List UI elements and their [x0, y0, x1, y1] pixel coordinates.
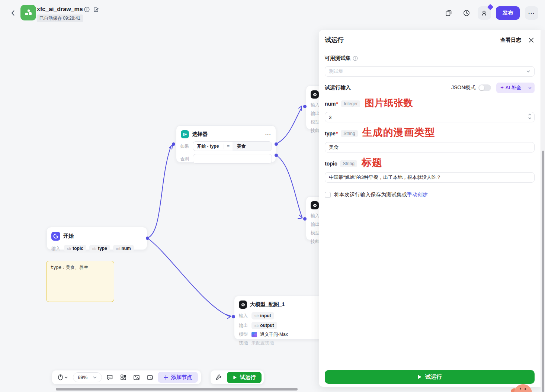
- zoom-level-value: 69%: [78, 375, 87, 380]
- llm-input-pill: strinput: [251, 312, 274, 319]
- sticky-note-text: type：美食、养生: [51, 265, 88, 270]
- start-node-title: 开始: [63, 233, 142, 240]
- if-label: 如果: [180, 143, 190, 150]
- collaborators-badge: [487, 4, 494, 10]
- topic-input[interactable]: [325, 172, 535, 183]
- panel-title: 试运行: [325, 36, 500, 44]
- ai-complete-label[interactable]: ✦ AI 补全: [496, 83, 525, 93]
- number-stepper[interactable]: [528, 113, 532, 120]
- llm-node-title: 大模型_配图_1: [250, 301, 318, 308]
- info-icon[interactable]: [84, 7, 90, 14]
- wrench-icon[interactable]: [213, 372, 224, 383]
- start-node-icon: [51, 232, 60, 241]
- llm-node-icon: [311, 90, 319, 99]
- save-as-testset-checkbox[interactable]: [325, 192, 331, 198]
- llm-output-label: 输出: [239, 322, 249, 329]
- field-type-badge: Integer: [341, 100, 360, 107]
- publish-button[interactable]: 发布: [496, 6, 520, 20]
- duplicate-icon[interactable]: [445, 9, 452, 18]
- play-icon: [417, 375, 422, 379]
- annotation-num: 图片纸张数: [365, 98, 413, 107]
- type-input[interactable]: [325, 142, 535, 152]
- qwen-model-icon: [251, 332, 257, 337]
- field-name-type: type*: [325, 131, 338, 136]
- vertical-scrollbar[interactable]: [542, 151, 544, 392]
- sticky-note[interactable]: type：美食、养生: [46, 261, 114, 302]
- autosave-badge: 已自动保存 09:28:41: [37, 15, 83, 22]
- chevron-down-icon: [93, 375, 97, 380]
- llm-model-name: 通义千问·Max: [260, 331, 288, 338]
- more-options-button[interactable]: ···: [525, 6, 538, 20]
- run-input-label: 试运行输入: [325, 84, 451, 91]
- start-input-label: 输入: [51, 245, 61, 252]
- layout-grid-icon[interactable]: [118, 372, 129, 383]
- if-node-icon: IF: [181, 130, 189, 138]
- edit-title-icon[interactable]: [93, 7, 99, 14]
- manual-create-link[interactable]: 手动创建: [407, 192, 428, 197]
- comment-icon[interactable]: [104, 372, 115, 383]
- start-node-output-port[interactable]: [146, 237, 149, 240]
- ai-complete-button[interactable]: ✦ AI 补全: [496, 83, 535, 93]
- selector-input-port[interactable]: [172, 142, 175, 146]
- annotation-type: 生成的漫画类型: [362, 128, 435, 138]
- play-icon: [233, 375, 237, 380]
- selector-node-title: 选择器: [192, 131, 262, 138]
- chevron-down-icon[interactable]: [525, 83, 535, 93]
- close-icon[interactable]: [528, 37, 535, 44]
- horizontal-scrollbar[interactable]: [56, 388, 298, 391]
- pointer-mode-button[interactable]: [55, 372, 71, 383]
- llm-model-label: 模型: [239, 331, 249, 338]
- add-node-button[interactable]: 添加节点: [158, 372, 198, 383]
- selector-node[interactable]: IF 选择器 ··· 如果 开始 - type = 美食 否则: [176, 125, 276, 163]
- field-type-badge: String: [341, 130, 358, 137]
- condition-group[interactable]: 开始 - type = 美食: [193, 141, 272, 151]
- else-label: 否则: [180, 156, 190, 162]
- llm-skill-label: 技能: [239, 340, 249, 346]
- llm-output-pill: stroutput: [251, 322, 277, 329]
- else-branch-input[interactable]: [193, 154, 272, 164]
- json-mode-toggle[interactable]: [478, 84, 491, 91]
- workflow-app-logo: [20, 5, 36, 20]
- field-name-topic: topic: [325, 161, 337, 167]
- selector-if-output-port[interactable]: [275, 142, 278, 146]
- save-as-testset-label: 将本次运行输入保存为测试集或手动创建: [334, 192, 428, 198]
- num-input[interactable]: [325, 112, 535, 122]
- llm-input-label: 输入: [239, 313, 249, 319]
- run-toolbar: 试运行: [211, 370, 264, 384]
- llm-node-input-port[interactable]: [232, 315, 235, 318]
- param-pill-type: strtype: [89, 245, 110, 252]
- image-icon[interactable]: [131, 372, 142, 383]
- canvas-toolbar: 69% 添加节点: [52, 370, 201, 384]
- param-pill-topic: strtopic: [64, 245, 86, 252]
- collaborators-button[interactable]: [478, 6, 491, 20]
- llm-partial-bottom-input-port[interactable]: [303, 217, 307, 221]
- llm-node-icon: [311, 201, 319, 209]
- panel-run-button[interactable]: 试运行: [325, 370, 535, 384]
- plus-icon: [164, 375, 168, 380]
- testset-select[interactable]: 测试集: [325, 66, 535, 77]
- condition-left[interactable]: 开始 - type: [193, 143, 224, 150]
- top-header: xfc_ai_draw_ms 已自动保存 09:28:41 发布 ···: [0, 0, 545, 26]
- test-run-panel: 试运行 查看日志 可用测试集 测试集 试运行输入 JSON模式 ✦ AI 补全: [319, 30, 541, 387]
- condition-operator[interactable]: =: [224, 144, 233, 149]
- view-logs-link[interactable]: 查看日志: [500, 37, 521, 44]
- mascot-assistant[interactable]: [510, 383, 532, 392]
- start-node[interactable]: 开始 输入 strtopic strtype intnum: [47, 227, 147, 250]
- node-menu-icon[interactable]: ···: [265, 132, 271, 137]
- selector-else-output-port[interactable]: [275, 154, 278, 157]
- field-type-badge: String: [340, 160, 357, 167]
- llm-skill-value: 未配置技能: [251, 340, 274, 346]
- history-icon[interactable]: [463, 9, 470, 18]
- zoom-level-select[interactable]: 69%: [73, 372, 102, 382]
- testset-label: 可用测试集: [325, 55, 351, 62]
- toolbar-run-button[interactable]: 试运行: [227, 372, 262, 383]
- chevron-down-icon: [526, 69, 530, 74]
- json-mode-label: JSON模式: [451, 84, 475, 91]
- llm-partial-top-input-port[interactable]: [303, 105, 307, 108]
- field-name-num: num*: [325, 101, 338, 107]
- llm-node[interactable]: 大模型_配图_1 输入 strinput 输出 stroutput 模型 通义千…: [234, 296, 323, 340]
- workflow-title: xfc_ai_draw_ms: [37, 6, 83, 13]
- condition-right[interactable]: 美食: [233, 142, 272, 151]
- frame-select-icon[interactable]: [144, 372, 156, 383]
- back-icon[interactable]: [9, 9, 17, 17]
